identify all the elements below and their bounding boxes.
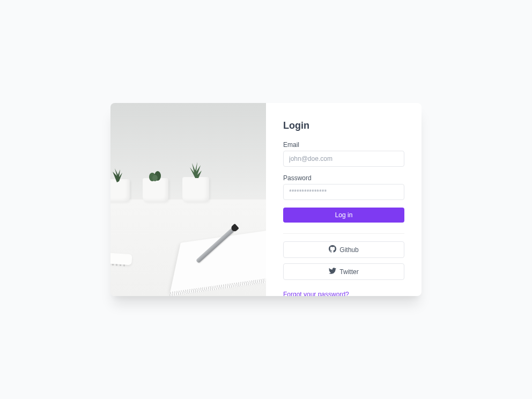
page-title: Login	[283, 120, 404, 131]
divider	[283, 233, 404, 234]
password-label: Password	[283, 174, 404, 182]
email-field[interactable]	[283, 151, 404, 167]
forgot-password-link[interactable]: Forgot your password?	[283, 291, 404, 296]
phone	[110, 252, 132, 265]
twitter-button-label: Twitter	[339, 268, 358, 276]
github-login-button[interactable]: Github	[283, 241, 404, 258]
login-button[interactable]: Log in	[283, 208, 404, 223]
succulent-plant	[110, 167, 128, 183]
decorative-image-panel	[110, 103, 266, 296]
github-button-label: Github	[339, 246, 358, 254]
email-label: Email	[283, 141, 404, 149]
succulent-plant	[184, 161, 206, 177]
twitter-login-button[interactable]: Twitter	[283, 263, 404, 280]
twitter-icon	[329, 267, 336, 276]
plant-pot	[182, 177, 209, 202]
login-card: Login Email Password Log in Github Twitt…	[110, 103, 422, 296]
github-icon	[329, 245, 336, 254]
password-field[interactable]	[283, 184, 404, 200]
svg-point-2	[152, 175, 158, 181]
succulent-plant	[145, 165, 166, 181]
plant-pot	[143, 178, 168, 202]
login-form-panel: Login Email Password Log in Github Twitt…	[266, 103, 422, 296]
